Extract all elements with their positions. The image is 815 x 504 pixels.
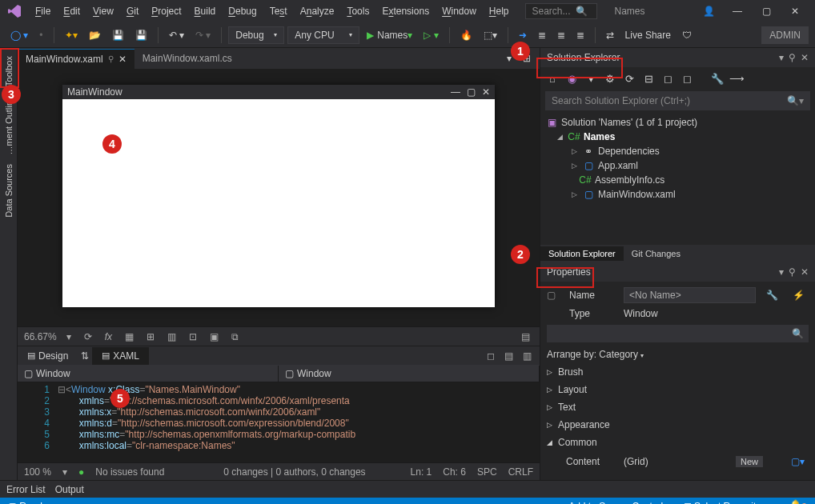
pop-out-icon[interactable]: ◻	[484, 349, 498, 363]
tab-mainwindow-xaml[interactable]: MainWindow.xaml⚲✕	[18, 49, 134, 69]
code-zoom[interactable]: 100 %	[24, 466, 51, 478]
refresh-icon[interactable]: ⟳	[81, 330, 95, 344]
select-repo[interactable]: ⊞ Select Repository ▴	[684, 501, 777, 504]
menu-build[interactable]: Build	[188, 2, 223, 20]
swap-icon[interactable]: ⇅	[78, 349, 92, 363]
feedback-icon[interactable]: 🛡	[678, 27, 696, 43]
split-h-icon[interactable]: ▤	[501, 349, 516, 363]
prop-search-input[interactable]: 🔍	[547, 325, 809, 342]
layout-icon[interactable]: ⊡	[186, 330, 200, 344]
start-debug-button[interactable]: ▶ Names ▾	[363, 27, 416, 43]
new-button[interactable]: New	[736, 456, 763, 467]
menu-extensions[interactable]: Extensions	[375, 2, 436, 20]
menu-window[interactable]: Window	[436, 2, 483, 20]
se-preview-icon[interactable]: ◻	[680, 71, 694, 86]
menu-file[interactable]: File	[29, 2, 57, 20]
cat-common[interactable]: ◢Common	[547, 434, 809, 451]
platform-combo[interactable]: Any CPU▾	[287, 26, 359, 44]
menu-test[interactable]: Test	[263, 2, 294, 20]
code-icon[interactable]: ⧉	[228, 330, 242, 344]
solution-node[interactable]: ▣Solution 'Names' (1 of 1 project)	[545, 115, 810, 130]
close-tab-icon[interactable]: ✕	[118, 54, 126, 65]
cat-text[interactable]: ▷Text	[547, 398, 809, 416]
save-button[interactable]: 💾	[108, 27, 128, 43]
panel-close-icon[interactable]: ✕	[801, 52, 809, 63]
comment-icon[interactable]: ≣	[572, 27, 588, 43]
fx-icon[interactable]: fx	[102, 330, 115, 344]
config-combo[interactable]: Debug▾	[228, 26, 284, 44]
panel-menu-icon[interactable]: ▾	[779, 52, 784, 63]
context-right[interactable]: ▢ Window	[279, 366, 540, 382]
menu-git[interactable]: Git	[120, 2, 145, 20]
ch-label[interactable]: Ch: 6	[443, 466, 466, 478]
minimize-button[interactable]: —	[724, 2, 751, 21]
hot-reload-icon[interactable]: 🔥	[456, 27, 476, 43]
wrench-icon[interactable]: 🔧	[762, 287, 782, 303]
nav-back-button[interactable]: ◯ ▾	[6, 27, 32, 43]
share-button[interactable]: ⇄	[602, 27, 618, 43]
new-project-button[interactable]: ✦▾	[61, 27, 82, 43]
indent-icon[interactable]: ≣	[534, 27, 550, 43]
undo-button[interactable]: ↶ ▾	[165, 27, 188, 43]
se-collapse-icon[interactable]: ⊟	[641, 71, 656, 86]
user-icon[interactable]: 👤	[695, 2, 722, 21]
se-refresh-icon[interactable]: ⟳	[622, 71, 636, 86]
tab-mainwindow-cs[interactable]: MainWindow.xaml.cs	[134, 49, 240, 68]
designer-canvas[interactable]: MainWindow —▢✕	[18, 69, 540, 326]
deps-node[interactable]: ▷⚭Dependencies	[545, 144, 810, 158]
assemblyinfo-node[interactable]: C#AssemblyInfo.cs	[545, 173, 810, 187]
context-left[interactable]: ▢ Window	[18, 366, 279, 382]
search-box[interactable]: Search... 🔍	[525, 3, 597, 19]
se-more-icon[interactable]: ⟶	[729, 71, 744, 86]
browser-icon[interactable]: ⬚▾	[480, 27, 501, 43]
window-preview[interactable]: MainWindow —▢✕	[62, 85, 495, 307]
redo-button[interactable]: ↷ ▾	[191, 27, 215, 43]
save-all-button[interactable]: 💾	[131, 27, 151, 43]
menu-tools[interactable]: Tools	[340, 2, 375, 20]
ln-label[interactable]: Ln: 1	[411, 466, 432, 478]
issues-label[interactable]: No issues found	[95, 466, 164, 478]
add-source-control[interactable]: ↑ Add to Source Control ▴	[561, 501, 670, 504]
se-showall-icon[interactable]: ◻	[660, 71, 675, 86]
outdent-icon[interactable]: ≣	[553, 27, 569, 43]
cat-brush[interactable]: ▷Brush	[547, 363, 809, 381]
pin-icon[interactable]: ⚲	[108, 54, 114, 63]
se-search-input[interactable]: Search Solution Explorer (Ctrl+;) 🔍▾	[545, 91, 810, 110]
menu-debug[interactable]: Debug	[222, 2, 263, 20]
data-sources-tab[interactable]: Data Sources	[2, 159, 16, 222]
se-tab[interactable]: Solution Explorer	[540, 246, 624, 261]
reset-icon[interactable]: ▢▾	[787, 454, 809, 470]
step-icon[interactable]: ➜	[515, 27, 531, 43]
design-tab[interactable]: ▤ Design	[18, 347, 78, 365]
menu-edit[interactable]: Edit	[57, 2, 86, 20]
zoom-dropdown-icon[interactable]: ▾	[63, 330, 74, 344]
panel-pin-icon[interactable]: ⚲	[789, 52, 796, 63]
close-button[interactable]: ✕	[781, 2, 809, 21]
mainwindow-xaml-node[interactable]: ▷▢MainWindow.xaml	[545, 187, 810, 202]
open-file-button[interactable]: 📂	[85, 27, 105, 43]
live-share-button[interactable]: Live Share	[621, 27, 675, 43]
start-nodbg-button[interactable]: ▷ ▾	[420, 27, 442, 43]
menu-analyze[interactable]: Analyze	[294, 2, 341, 20]
grid-icon[interactable]: ▦	[122, 330, 137, 344]
code-editor[interactable]: 123456 ⊟<Window x:Class="Names.MainWindo…	[18, 382, 540, 462]
menu-project[interactable]: Project	[145, 2, 187, 20]
git-changes-tab[interactable]: Git Changes	[624, 246, 689, 261]
collapse-icon[interactable]: ▤	[518, 330, 533, 344]
notifications-icon[interactable]: 🔔3	[789, 499, 807, 504]
menu-help[interactable]: Help	[483, 2, 516, 20]
cat-layout[interactable]: ▷Layout	[547, 381, 809, 398]
zoom-level[interactable]: 66.67%	[24, 331, 57, 342]
snap-icon[interactable]: ⊞	[143, 330, 158, 344]
cat-appearance[interactable]: ▷Appearance	[547, 416, 809, 434]
events-icon[interactable]: ⚡	[789, 287, 809, 303]
name-input[interactable]: <No Name>	[624, 287, 756, 303]
crlf-label[interactable]: CRLF	[508, 466, 533, 478]
menu-view[interactable]: View	[86, 2, 120, 20]
split-v-icon[interactable]: ▥	[520, 349, 535, 363]
spc-label[interactable]: SPC	[477, 466, 497, 478]
app-xaml-node[interactable]: ▷▢App.xaml	[545, 158, 810, 173]
maximize-button[interactable]: ▢	[753, 2, 780, 21]
error-list-tab[interactable]: Error List	[6, 484, 46, 495]
group-icon[interactable]: ▣	[207, 330, 222, 344]
